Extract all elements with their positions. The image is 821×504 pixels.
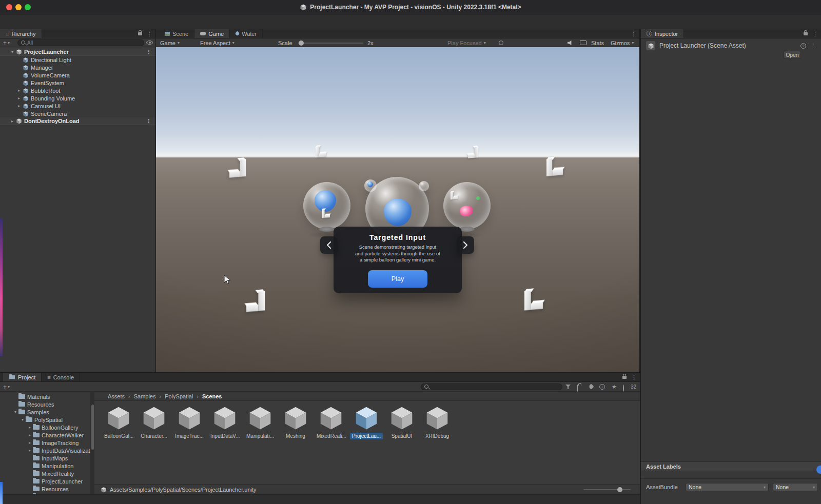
info-icon[interactable]: i xyxy=(599,384,605,390)
expand-arrow-icon[interactable]: ▸ xyxy=(16,104,22,108)
kebab-menu-icon[interactable]: ⋮ xyxy=(810,43,816,49)
scale-slider-track[interactable] xyxy=(298,43,363,44)
hierarchy-item[interactable]: EventSystem ⋮ xyxy=(0,79,155,87)
asset-store-icon[interactable] xyxy=(577,385,578,392)
hierarchy-item[interactable]: ▸ DontDestroyOnLoad ⋮ xyxy=(0,117,155,125)
open-asset-button[interactable]: Open xyxy=(784,51,801,59)
mute-audio-toggle[interactable] xyxy=(568,38,574,47)
folder-item[interactable]: ProjectLauncher xyxy=(0,477,90,485)
hierarchy-item[interactable]: Manager ⋮ xyxy=(0,64,155,71)
lock-icon[interactable] xyxy=(622,376,627,379)
tab-game[interactable]: Game xyxy=(194,29,230,38)
game-viewport[interactable]: Targeted Input Scene demonstrating targe… xyxy=(156,47,639,372)
expand-arrow-icon[interactable]: ▸ xyxy=(27,433,33,437)
asset-labels-header[interactable]: Asset Labels xyxy=(641,461,821,471)
expand-arrow-icon[interactable]: ▾ xyxy=(19,417,26,422)
dialog-play-button[interactable]: Play xyxy=(368,270,427,288)
favorites-star-icon[interactable]: ★ xyxy=(612,384,617,390)
create-object-button[interactable]: + ▾ xyxy=(3,39,10,47)
expand-arrow-icon[interactable]: ▸ xyxy=(16,88,22,93)
scale-slider-thumb[interactable] xyxy=(299,41,304,46)
display-dropdown[interactable]: Game ▾ xyxy=(160,38,180,47)
expand-arrow-icon[interactable]: ▸ xyxy=(16,96,22,100)
hierarchy-item[interactable]: ▸ BubbleRoot ⋮ xyxy=(0,87,155,94)
asset-item[interactable]: Character... xyxy=(137,404,171,439)
hierarchy-item[interactable]: Directional Light ⋮ xyxy=(0,56,155,64)
folder-item[interactable]: Resources xyxy=(0,400,90,408)
expand-arrow-icon[interactable]: ▸ xyxy=(27,448,33,453)
asset-item[interactable]: SpatialUI xyxy=(385,404,419,439)
thumbnail-zoom-slider[interactable] xyxy=(583,489,631,490)
scale-slider[interactable] xyxy=(298,38,363,47)
kebab-menu-icon[interactable]: ⋮ xyxy=(146,49,151,55)
kebab-menu-icon[interactable]: ⋮ xyxy=(146,118,151,124)
carousel-next-button[interactable] xyxy=(457,236,474,254)
folder-item[interactable]: MixedReality xyxy=(0,470,90,477)
folder-item[interactable]: Resources xyxy=(0,485,90,493)
asset-item[interactable]: ProjectLau... xyxy=(349,404,383,439)
project-search-field[interactable] xyxy=(421,384,562,390)
zoom-slider-thumb[interactable] xyxy=(617,487,622,492)
carousel-prev-button[interactable] xyxy=(320,236,338,254)
hierarchy-item[interactable]: ▸ Bounding Volume ⋮ xyxy=(0,94,155,102)
folder-tree-scrollbar[interactable] xyxy=(90,392,94,494)
project-search-input[interactable] xyxy=(431,384,559,390)
hidden-count-eye-icon[interactable] xyxy=(623,385,624,392)
kebab-menu-icon[interactable]: ⋮ xyxy=(631,31,636,37)
scene-visibility-icon[interactable] xyxy=(146,41,153,45)
folder-item[interactable]: ▸ InputDataVisualizatio xyxy=(0,447,90,454)
expand-arrow-icon[interactable]: ▸ xyxy=(27,425,33,430)
folder-item[interactable]: ▸ BalloonGallery xyxy=(0,424,90,431)
breadcrumb-item[interactable]: PolySpatial xyxy=(165,393,193,399)
stats-toggle[interactable]: Stats xyxy=(591,38,604,47)
kebab-menu-icon[interactable]: ⋮ xyxy=(631,375,637,380)
hierarchy-search-field[interactable] xyxy=(17,39,144,46)
hierarchy-item[interactable]: ▾ ProjectLauncher ⋮ xyxy=(0,48,155,56)
tab-hierarchy[interactable]: ≡ Hierarchy xyxy=(0,29,42,38)
breadcrumb-item[interactable]: Samples xyxy=(134,393,156,399)
folder-item[interactable]: ▾ Samples xyxy=(0,408,90,416)
asset-item[interactable]: BalloonGal... xyxy=(102,404,135,439)
vsync-toggle[interactable] xyxy=(580,38,587,47)
breadcrumb-item[interactable]: Assets xyxy=(108,393,125,399)
folder-item[interactable]: InputMaps xyxy=(0,454,90,462)
folder-item[interactable]: ▾ PolySpatial xyxy=(0,416,90,424)
kebab-menu-icon[interactable]: ⋮ xyxy=(147,31,152,37)
lock-icon[interactable] xyxy=(138,32,142,35)
help-icon[interactable]: ? xyxy=(800,43,806,49)
play-focused-dropdown[interactable]: Play Focused ▾ xyxy=(447,38,486,47)
asset-item[interactable]: InputDataV... xyxy=(208,404,242,439)
gizmos-dropdown[interactable]: Gizmos ▾ xyxy=(611,38,634,47)
tab-scene[interactable]: Scene xyxy=(159,29,194,38)
folder-item[interactable]: ▸ ImageTracking xyxy=(0,439,90,447)
expand-arrow-icon[interactable]: ▸ xyxy=(27,440,33,445)
tab-water[interactable]: Water xyxy=(230,29,263,38)
label-tag-icon[interactable] xyxy=(588,384,594,389)
asset-item[interactable]: MixedReali... xyxy=(314,404,348,439)
folder-item[interactable]: ▸ CharacterWalker xyxy=(0,431,90,439)
search-filter-icon[interactable] xyxy=(565,385,571,389)
asset-item[interactable]: Manipulati... xyxy=(243,404,277,439)
expand-arrow-icon[interactable]: ▾ xyxy=(12,410,18,414)
folder-item[interactable]: Manipulation xyxy=(0,462,90,470)
hierarchy-item[interactable]: ▸ Carousel UI ⋮ xyxy=(0,102,155,110)
scrollbar-thumb[interactable] xyxy=(91,405,94,450)
breadcrumb-item[interactable]: Scenes xyxy=(202,393,222,399)
folder-item[interactable]: Materials xyxy=(0,393,90,400)
tab-console[interactable]: ≡ Console xyxy=(42,373,80,381)
aspect-dropdown[interactable]: Free Aspect ▾ xyxy=(200,38,234,47)
hierarchy-item[interactable]: VolumeCamera ⋮ xyxy=(0,71,155,79)
asset-item[interactable]: ImageTrac... xyxy=(172,404,206,439)
asset-item[interactable]: XRIDebug xyxy=(420,404,454,439)
asset-item[interactable]: Meshing xyxy=(279,404,312,439)
assetbundle-dropdown[interactable]: None ▾ xyxy=(686,483,769,491)
tab-inspector[interactable]: i Inspector xyxy=(641,29,684,38)
create-asset-button[interactable]: + ▾ xyxy=(3,384,10,391)
hierarchy-item[interactable]: SceneCamera ⋮ xyxy=(0,110,155,117)
expand-arrow-icon[interactable]: ▾ xyxy=(9,50,15,54)
asset-label-blue-dot[interactable] xyxy=(816,466,821,474)
hierarchy-search-input[interactable] xyxy=(27,40,141,46)
assetbundle-variant-dropdown[interactable]: None ▾ xyxy=(773,483,818,491)
kebab-menu-icon[interactable]: ⋮ xyxy=(812,31,818,37)
tab-project[interactable]: Project xyxy=(3,373,42,381)
